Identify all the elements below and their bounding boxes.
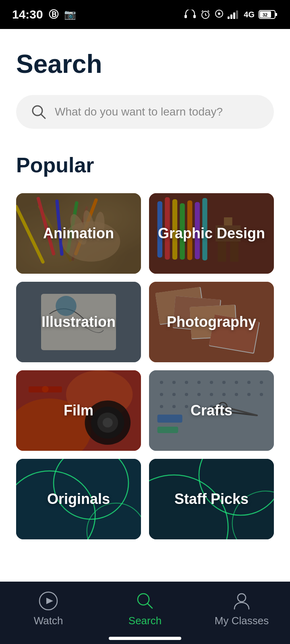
- bottom-nav: Watch Search My Classes: [0, 582, 290, 644]
- svg-line-105: [147, 603, 152, 608]
- category-card-photography[interactable]: Photography: [149, 282, 274, 362]
- status-right: 4G 32: [184, 9, 278, 20]
- svg-rect-10: [230, 14, 232, 19]
- search-nav-label: Search: [128, 615, 162, 627]
- page-title: Search: [16, 49, 274, 79]
- svg-line-18: [41, 114, 45, 118]
- svg-line-5: [202, 10, 203, 12]
- my-classes-nav-icon: [231, 590, 252, 611]
- category-card-staff-picks[interactable]: Staff Picks: [149, 459, 274, 539]
- category-card-crafts[interactable]: Crafts: [149, 370, 274, 451]
- svg-marker-103: [46, 598, 53, 604]
- camera-icon: 📷: [64, 9, 76, 20]
- status-time: 14:30: [12, 8, 43, 21]
- search-bar[interactable]: What do you want to learn today?: [16, 95, 274, 129]
- svg-rect-0: [184, 15, 187, 18]
- alarm-icon: [200, 9, 211, 20]
- search-bar-placeholder: What do you want to learn today?: [55, 105, 223, 118]
- category-card-originals[interactable]: Originals: [16, 459, 141, 539]
- nav-my-classes[interactable]: My Classes: [193, 590, 290, 627]
- crafts-label: Crafts: [149, 370, 274, 451]
- nav-watch[interactable]: Watch: [0, 590, 97, 627]
- originals-label: Originals: [16, 459, 141, 539]
- graphic-design-label: Graphic Design: [149, 193, 274, 274]
- svg-point-8: [218, 12, 220, 15]
- category-card-animation[interactable]: Animation: [16, 193, 141, 274]
- film-label: Film: [16, 370, 141, 451]
- home-indicator: [109, 637, 181, 640]
- nav-search[interactable]: Search: [97, 590, 193, 627]
- animation-label: Animation: [16, 193, 141, 274]
- network-label: 4G: [244, 10, 255, 19]
- signal-icon: [228, 10, 240, 19]
- staff-picks-label: Staff Picks: [149, 459, 274, 539]
- watch-nav-icon: [38, 590, 59, 611]
- svg-line-6: [208, 10, 209, 12]
- search-bar-icon: [31, 104, 47, 120]
- battery-icon: 32: [259, 9, 278, 20]
- popular-heading: Popular: [16, 153, 274, 177]
- photography-label: Photography: [149, 282, 274, 362]
- svg-text:32: 32: [263, 12, 267, 17]
- svg-rect-12: [236, 10, 238, 19]
- category-card-film[interactable]: Film: [16, 370, 141, 451]
- location-icon: [215, 9, 224, 20]
- search-nav-icon: [135, 590, 155, 611]
- status-bar: 14:30 Ⓑ 📷 4G: [0, 0, 290, 29]
- category-card-illustration[interactable]: Illustration: [16, 282, 141, 362]
- category-grid: Animation: [16, 193, 274, 539]
- svg-rect-1: [193, 15, 196, 18]
- illustration-label: Illustration: [16, 282, 141, 362]
- watch-nav-label: Watch: [34, 615, 63, 627]
- svg-rect-15: [275, 13, 277, 16]
- blocked-icon: Ⓑ: [49, 8, 58, 21]
- svg-rect-11: [233, 12, 235, 19]
- category-card-graphic-design[interactable]: Graphic Design: [149, 193, 274, 274]
- svg-point-106: [238, 594, 246, 602]
- svg-rect-9: [228, 17, 230, 19]
- main-content: Search What do you want to learn today? …: [0, 29, 290, 604]
- headphones-icon: [184, 10, 196, 19]
- status-left: 14:30 Ⓑ 📷: [12, 8, 76, 21]
- my-classes-nav-label: My Classes: [215, 615, 269, 627]
